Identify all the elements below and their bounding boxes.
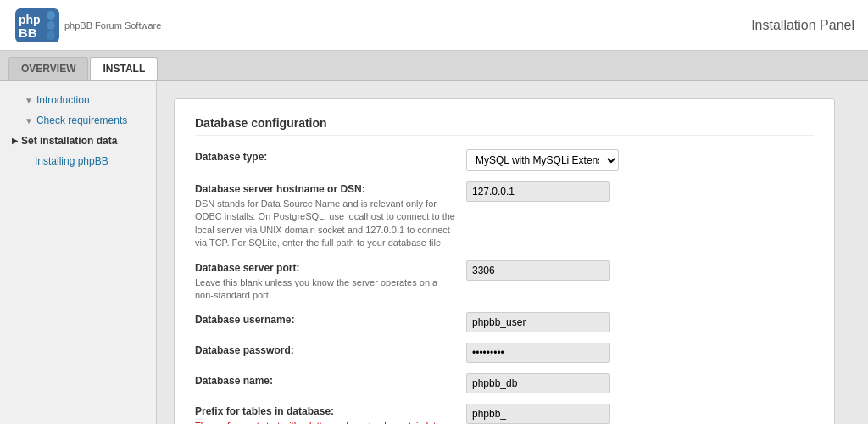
- field-input-col: [466, 181, 814, 202]
- field-input-col: [466, 404, 814, 424]
- sidebar-item-check-requirements[interactable]: ▼ Check requirements: [0, 110, 156, 131]
- field-description: DSN stands for Data Source Name and is r…: [195, 198, 458, 250]
- field-label-col: Database server port: Leave this blank u…: [195, 260, 466, 303]
- field-input-col: MySQL with MySQLi Extension MySQL Postgr…: [466, 149, 814, 171]
- field-label: Database password:: [195, 344, 458, 356]
- logo-text: phpBB Forum Software: [64, 20, 161, 31]
- svg-point-5: [47, 31, 55, 40]
- field-label: Database name:: [195, 375, 458, 387]
- field-input-col: [466, 260, 814, 281]
- header: php BB phpBB Forum Software Installation…: [0, 0, 868, 51]
- content-box: Database configuration Database type: My…: [174, 98, 835, 424]
- svg-point-3: [47, 11, 55, 20]
- field-database-type: Database type: MySQL with MySQLi Extensi…: [195, 149, 814, 171]
- main-layout: ▼ Introduction ▼ Check requirements Set …: [0, 81, 868, 424]
- field-label: Database server hostname or DSN:: [195, 183, 458, 195]
- field-label-col: Database server hostname or DSN: DSN sta…: [195, 181, 466, 250]
- sidebar-item-label: Check requirements: [36, 114, 127, 126]
- field-description: Leave this blank unless you know the ser…: [195, 276, 458, 303]
- content-area: Database configuration Database type: My…: [157, 81, 868, 424]
- sidebar-item-label: Set installation data: [21, 135, 117, 147]
- phpbb-logo-icon: php BB: [14, 7, 61, 44]
- logo-area: php BB phpBB Forum Software: [14, 7, 161, 44]
- svg-point-4: [47, 21, 55, 30]
- sidebar-item-label: Introduction: [36, 94, 90, 106]
- field-label-col: Database type:: [195, 149, 466, 163]
- field-label: Database username:: [195, 314, 458, 326]
- svg-text:BB: BB: [19, 25, 37, 40]
- sidebar-item-set-installation-data[interactable]: Set installation data: [0, 131, 156, 151]
- prefix-input[interactable]: [466, 404, 610, 424]
- dbname-input[interactable]: [466, 373, 610, 393]
- field-label: Prefix for tables in database:: [195, 405, 458, 417]
- field-label-col: Database name:: [195, 373, 466, 387]
- username-input[interactable]: [466, 312, 610, 332]
- tab-overview[interactable]: OVERVIEW: [8, 57, 88, 80]
- field-label-col: Database password:: [195, 343, 466, 356]
- database-type-select[interactable]: MySQL with MySQLi Extension MySQL Postgr…: [466, 149, 619, 171]
- sidebar: ▼ Introduction ▼ Check requirements Set …: [0, 81, 157, 424]
- section-title: Database configuration: [195, 116, 814, 136]
- field-hostname: Database server hostname or DSN: DSN sta…: [195, 181, 814, 250]
- field-port: Database server port: Leave this blank u…: [195, 260, 814, 303]
- sidebar-item-label: Installing phpBB: [35, 155, 108, 167]
- chevron-icon: ▼: [25, 116, 33, 126]
- hostname-input[interactable]: [466, 181, 610, 202]
- field-input-col: [466, 312, 814, 332]
- sidebar-item-introduction[interactable]: ▼ Introduction: [0, 90, 156, 110]
- field-password: Database password:: [195, 343, 814, 363]
- tab-install[interactable]: INSTALL: [90, 57, 158, 80]
- chevron-icon: ▼: [25, 96, 33, 105]
- logo-tagline: phpBB Forum Software: [64, 20, 161, 31]
- phpbb-logo: php BB phpBB Forum Software: [14, 7, 161, 44]
- port-input[interactable]: [466, 260, 610, 281]
- field-input-col: [466, 343, 814, 363]
- sidebar-item-installing-phpbb[interactable]: Installing phpBB: [0, 151, 156, 171]
- field-input-col: [466, 373, 814, 393]
- field-label: Database type:: [195, 151, 458, 163]
- field-label: Database server port:: [195, 262, 458, 274]
- field-prefix: Prefix for tables in database: The prefi…: [195, 404, 814, 424]
- field-label-col: Database username:: [195, 312, 466, 326]
- tabs-bar: OVERVIEW INSTALL: [0, 51, 868, 81]
- password-input[interactable]: [466, 343, 610, 363]
- panel-title: Installation Panel: [751, 18, 854, 33]
- svg-text:php: php: [19, 13, 41, 26]
- field-username: Database username:: [195, 312, 814, 332]
- field-description: The prefix must start with a letter and …: [195, 420, 458, 424]
- field-dbname: Database name:: [195, 373, 814, 393]
- field-label-col: Prefix for tables in database: The prefi…: [195, 404, 466, 424]
